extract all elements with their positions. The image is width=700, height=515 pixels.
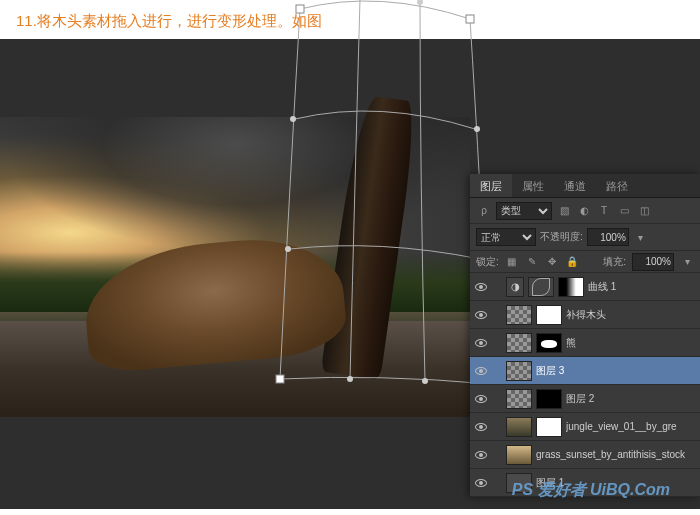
- layer-name-label[interactable]: 熊: [566, 336, 696, 350]
- layer-row[interactable]: 补得木头: [470, 301, 700, 329]
- tab-layers[interactable]: 图层: [470, 174, 512, 197]
- layer-row[interactable]: grass_sunset_by_antithisis_stock: [470, 441, 700, 469]
- eye-icon: [475, 283, 487, 291]
- layer-mask-thumbnail[interactable]: [536, 305, 562, 325]
- visibility-toggle[interactable]: [474, 476, 488, 490]
- blend-mode-row: 正常 不透明度: ▾: [470, 224, 700, 251]
- panel-tabs: 图层 属性 通道 路径: [470, 174, 700, 198]
- visibility-toggle[interactable]: [474, 392, 488, 406]
- visibility-toggle[interactable]: [474, 280, 488, 294]
- layer-name-label[interactable]: 图层 3: [536, 364, 696, 378]
- eye-icon: [475, 423, 487, 431]
- opacity-label: 不透明度:: [540, 230, 583, 244]
- blend-mode-select[interactable]: 正常: [476, 228, 536, 246]
- layer-mask-thumbnail[interactable]: [558, 277, 584, 297]
- filter-kind-select[interactable]: 类型: [496, 202, 552, 220]
- filter-shape-icon[interactable]: ▭: [616, 203, 632, 219]
- tab-paths[interactable]: 路径: [596, 174, 638, 197]
- lock-row: 锁定: ▦ ✎ ✥ 🔒 填充: ▾: [470, 251, 700, 273]
- layer-thumbnail[interactable]: [506, 389, 532, 409]
- layer-name-label[interactable]: 图层 2: [566, 392, 696, 406]
- adjustment-icon: ◑: [506, 277, 524, 297]
- visibility-toggle[interactable]: [474, 336, 488, 350]
- lock-all-icon[interactable]: 🔒: [565, 254, 579, 270]
- layer-name-label[interactable]: 曲线 1: [588, 280, 696, 294]
- filter-smart-icon[interactable]: ◫: [636, 203, 652, 219]
- layer-thumbnail[interactable]: [506, 361, 532, 381]
- filter-type-icon[interactable]: T: [596, 203, 612, 219]
- filter-pixel-icon[interactable]: ▧: [556, 203, 572, 219]
- tab-properties[interactable]: 属性: [512, 174, 554, 197]
- fill-input[interactable]: [632, 253, 674, 271]
- visibility-toggle[interactable]: [474, 420, 488, 434]
- filter-kind-icon[interactable]: ρ: [476, 203, 492, 219]
- layers-panel: 图层 属性 通道 路径 ρ 类型 ▧ ◐ T ▭ ◫ 正常 不透明度: ▾ 锁定…: [470, 174, 700, 497]
- fill-dropdown-icon[interactable]: ▾: [680, 254, 694, 270]
- lock-transparent-icon[interactable]: ▦: [505, 254, 519, 270]
- layer-row[interactable]: 熊: [470, 329, 700, 357]
- document-canvas[interactable]: [0, 117, 470, 417]
- eye-icon: [475, 451, 487, 459]
- step-instruction: 11.将木头素材拖入进行，进行变形处理。如图: [0, 0, 700, 39]
- layer-thumbnail[interactable]: [528, 277, 554, 297]
- layer-thumbnail[interactable]: [506, 445, 532, 465]
- layer-row[interactable]: jungle_view_01__by_gre: [470, 413, 700, 441]
- layer-filter-row: ρ 类型 ▧ ◐ T ▭ ◫: [470, 198, 700, 224]
- eye-icon: [475, 479, 487, 487]
- layer-name-label[interactable]: 补得木头: [566, 308, 696, 322]
- lock-position-icon[interactable]: ✥: [545, 254, 559, 270]
- layer-thumbnail[interactable]: [506, 417, 532, 437]
- svg-point-7: [474, 126, 480, 132]
- opacity-dropdown-icon[interactable]: ▾: [633, 229, 649, 245]
- layer-name-label[interactable]: grass_sunset_by_antithisis_stock: [536, 449, 696, 460]
- visibility-toggle[interactable]: [474, 364, 488, 378]
- visibility-toggle[interactable]: [474, 448, 488, 462]
- visibility-toggle[interactable]: [474, 308, 488, 322]
- layer-thumbnail[interactable]: [506, 305, 532, 325]
- watermark: PS 爱好者 UiBQ.Com: [512, 480, 670, 501]
- eye-icon: [475, 339, 487, 347]
- photoshop-workspace: 图层 属性 通道 路径 ρ 类型 ▧ ◐ T ▭ ◫ 正常 不透明度: ▾ 锁定…: [0, 39, 700, 509]
- layer-row[interactable]: ◑曲线 1: [470, 273, 700, 301]
- fill-label: 填充:: [603, 255, 626, 269]
- eye-icon: [475, 367, 487, 375]
- opacity-input[interactable]: [587, 228, 629, 246]
- tab-channels[interactable]: 通道: [554, 174, 596, 197]
- layer-mask-thumbnail[interactable]: [536, 417, 562, 437]
- layer-thumbnail[interactable]: [506, 333, 532, 353]
- layer-mask-thumbnail[interactable]: [536, 389, 562, 409]
- layer-name-label[interactable]: jungle_view_01__by_gre: [566, 421, 696, 432]
- layer-mask-thumbnail[interactable]: [536, 333, 562, 353]
- layer-row[interactable]: 图层 2: [470, 385, 700, 413]
- eye-icon: [475, 395, 487, 403]
- eye-icon: [475, 311, 487, 319]
- lock-label: 锁定:: [476, 255, 499, 269]
- lock-pixels-icon[interactable]: ✎: [525, 254, 539, 270]
- layer-row[interactable]: 图层 3: [470, 357, 700, 385]
- filter-adjust-icon[interactable]: ◐: [576, 203, 592, 219]
- layer-list: ◑曲线 1补得木头熊图层 3图层 2jungle_view_01__by_gre…: [470, 273, 700, 497]
